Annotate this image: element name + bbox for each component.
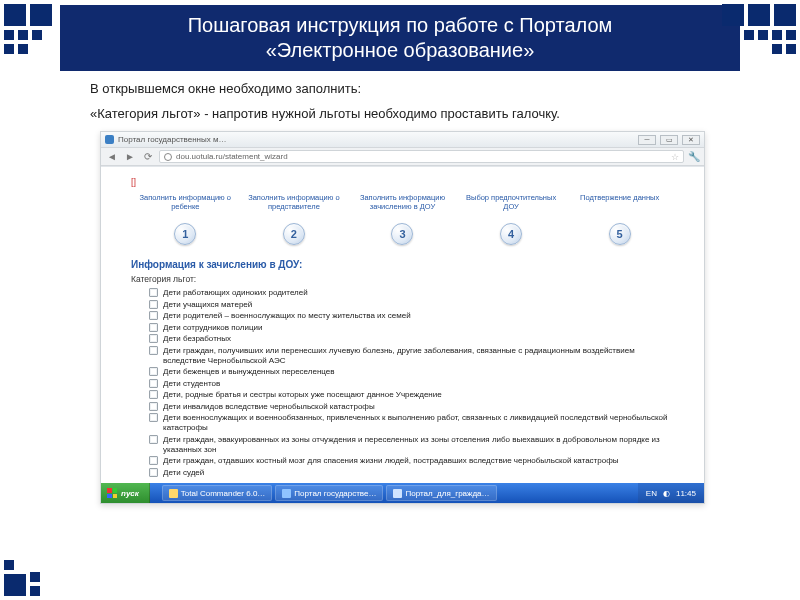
url-text: dou.uotula.ru/statement_wizard	[176, 152, 288, 161]
wizard-step-3[interactable]: Заполнить информацию зачислению в ДОУ 3	[348, 193, 457, 245]
taskbar-item-label: Портал_для_гражда…	[405, 489, 489, 498]
step-bubble: 5	[609, 223, 631, 245]
checkbox-label: Дети инвалидов вследствие чернобыльской …	[163, 402, 375, 412]
title-line: Пошаговая инструкция по работе с Портало…	[188, 14, 613, 36]
checkbox-label: Дети граждан, получивших или перенесших …	[163, 346, 674, 366]
start-label: пуск	[121, 489, 139, 498]
window-maximize-button[interactable]: ▭	[660, 135, 678, 145]
checkbox-item: Дети военнослужащих и военнообязанных, п…	[149, 413, 674, 433]
checkbox-label: Дети родителей – военнослужащих по месту…	[163, 311, 411, 321]
window-close-button[interactable]: ✕	[682, 135, 700, 145]
checkbox-item: Дети учащихся матерей	[149, 300, 674, 310]
wizard-steps: Заполнить информацию о ребенке 1 Заполни…	[131, 193, 674, 245]
section-title: Информация к зачислению в ДОУ:	[131, 259, 674, 270]
checkbox-label: Дети военнослужащих и военнообязанных, п…	[163, 413, 674, 433]
taskbar-item[interactable]: Портал государстве…	[275, 485, 383, 501]
checkbox-label: Дети судей	[163, 468, 204, 478]
checkbox-item: Дети граждан, получивших или перенесших …	[149, 346, 674, 366]
page-content: [] Заполнить информацию о ребенке 1 Запо…	[101, 166, 704, 483]
step-bubble: 4	[500, 223, 522, 245]
checkbox-item: Дети беженцев и вынужденных переселенцев	[149, 367, 674, 377]
address-bar: ◄ ► ⟳ dou.uotula.ru/statement_wizard ☆ 🔧	[101, 148, 704, 166]
checkbox[interactable]	[149, 402, 158, 411]
checkbox[interactable]	[149, 413, 158, 422]
checkbox[interactable]	[149, 346, 158, 355]
checkbox-label: Дети граждан, отдавших костный мозг для …	[163, 456, 619, 466]
step-label: Подтвержение данных	[565, 193, 674, 219]
app-icon	[393, 489, 402, 498]
step-label: Выбор предпочтительных ДОУ	[457, 193, 566, 219]
checkbox-label: Дети беженцев и вынужденных переселенцев	[163, 367, 335, 377]
tray-icon[interactable]: ◐	[663, 489, 670, 498]
wizard-step-1[interactable]: Заполнить информацию о ребенке 1	[131, 193, 240, 245]
app-icon	[169, 489, 178, 498]
checkbox-item: Дети граждан, отдавших костный мозг для …	[149, 456, 674, 466]
step-bubble: 3	[391, 223, 413, 245]
checkbox-label: Дети сотрудников полиции	[163, 323, 262, 333]
start-button[interactable]: пуск	[101, 483, 150, 503]
back-button[interactable]: ◄	[105, 150, 119, 164]
taskbar-item-label: Портал государстве…	[294, 489, 376, 498]
wizard-step-4[interactable]: Выбор предпочтительных ДОУ 4	[457, 193, 566, 245]
reload-button[interactable]: ⟳	[141, 150, 155, 164]
checkbox[interactable]	[149, 390, 158, 399]
app-icon	[282, 489, 291, 498]
language-indicator[interactable]: EN	[646, 489, 657, 498]
title-line: «Электронное образование»	[266, 39, 535, 61]
checkbox[interactable]	[149, 456, 158, 465]
clock[interactable]: 11:45	[676, 489, 696, 498]
slide-title: Пошаговая инструкция по работе с Портало…	[60, 5, 740, 71]
checkbox-list: Дети работающих одиноких родителей Дети …	[149, 288, 674, 478]
checkbox-item: Дети, родные братья и сестры которых уже…	[149, 390, 674, 400]
globe-icon	[164, 153, 172, 161]
checkbox-label: Дети учащихся матерей	[163, 300, 252, 310]
intro-text-2: «Категория льгот» - напротив нужной льго…	[90, 106, 710, 121]
checkbox[interactable]	[149, 300, 158, 309]
taskbar: пуск Total Commander 6.0… Портал государ…	[101, 483, 704, 503]
tab-title[interactable]: Портал государственных м…	[118, 135, 226, 144]
checkbox[interactable]	[149, 334, 158, 343]
field-label: Категория льгот:	[131, 274, 674, 284]
settings-icon[interactable]: 🔧	[688, 151, 700, 162]
checkbox-item: Дети граждан, эвакуированных из зоны отч…	[149, 435, 674, 455]
window-minimize-button[interactable]: ─	[638, 135, 656, 145]
checkbox-item: Дети студентов	[149, 379, 674, 389]
checkbox-label: Дети студентов	[163, 379, 220, 389]
wizard-step-5[interactable]: Подтвержение данных 5	[565, 193, 674, 245]
browser-window: Портал государственных м… ─ ▭ ✕ ◄ ► ⟳ do…	[100, 131, 705, 504]
step-bubble: 2	[283, 223, 305, 245]
forward-button[interactable]: ►	[123, 150, 137, 164]
checkbox-item: Дети работающих одиноких родителей	[149, 288, 674, 298]
checkbox[interactable]	[149, 435, 158, 444]
step-label: Заполнить информацию о представителе	[240, 193, 349, 219]
checkbox[interactable]	[149, 288, 158, 297]
checkbox[interactable]	[149, 468, 158, 477]
intro-text-1: В открывшемся окне необходимо заполнить:	[90, 81, 710, 96]
window-titlebar: Портал государственных м… ─ ▭ ✕	[101, 132, 704, 148]
bookmark-icon[interactable]: ☆	[671, 152, 679, 162]
checkbox[interactable]	[149, 323, 158, 332]
step-label: Заполнить информацию зачислению в ДОУ	[348, 193, 457, 219]
checkbox-item: Дети инвалидов вследствие чернобыльской …	[149, 402, 674, 412]
checkbox-item: Дети сотрудников полиции	[149, 323, 674, 333]
taskbar-item[interactable]: Total Commander 6.0…	[162, 485, 272, 501]
checkbox-label: Дети граждан, эвакуированных из зоны отч…	[163, 435, 674, 455]
wizard-step-2[interactable]: Заполнить информацию о представителе 2	[240, 193, 349, 245]
checkbox-label: Дети работающих одиноких родителей	[163, 288, 308, 298]
checkbox-item: Дети родителей – военнослужащих по месту…	[149, 311, 674, 321]
checkbox-label: Дети, родные братья и сестры которых уже…	[163, 390, 442, 400]
checkbox[interactable]	[149, 311, 158, 320]
checkbox-item: Дети судей	[149, 468, 674, 478]
taskbar-item-label: Total Commander 6.0…	[181, 489, 265, 498]
system-tray: EN ◐ 11:45	[638, 483, 704, 503]
checkbox-label: Дети безработных	[163, 334, 231, 344]
windows-logo-icon	[107, 488, 117, 498]
step-label: Заполнить информацию о ребенке	[131, 193, 240, 219]
checkbox[interactable]	[149, 367, 158, 376]
checkbox-item: Дети безработных	[149, 334, 674, 344]
checkbox[interactable]	[149, 379, 158, 388]
taskbar-item[interactable]: Портал_для_гражда…	[386, 485, 496, 501]
tab-favicon	[105, 135, 114, 144]
step-bubble: 1	[174, 223, 196, 245]
url-input[interactable]: dou.uotula.ru/statement_wizard ☆	[159, 150, 684, 163]
